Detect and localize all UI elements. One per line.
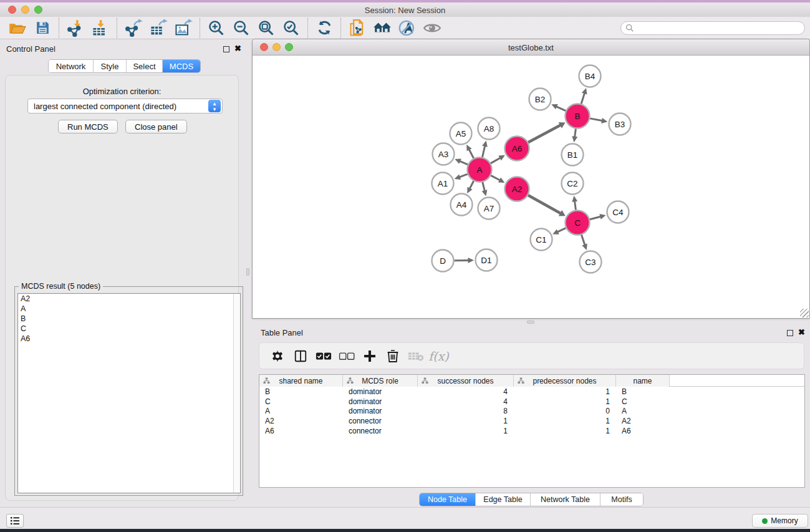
node-A2[interactable]: A2 (505, 177, 529, 201)
table-row[interactable]: Cdominator41C (259, 397, 804, 407)
table-row[interactable]: A2connector11A2 (259, 416, 804, 426)
edge-A6-B[interactable] (528, 125, 561, 142)
criterion-select[interactable]: largest connected component (directed) ▲… (27, 99, 223, 114)
node-table[interactable]: shared nameMCDS rolesuccessor nodesprede… (259, 374, 805, 488)
task-history-button[interactable] (6, 514, 24, 528)
export-table-button[interactable] (146, 18, 171, 38)
table-tab-edge-table[interactable]: Edge Table (476, 493, 531, 506)
column-header-successor-nodes[interactable]: successor nodes (418, 375, 514, 387)
edge-A-A4[interactable] (470, 181, 474, 189)
network-canvas[interactable]: AA1A2A3A4A5A6A7A8BB1B2B3B4CC1C2C3C4DD1 (253, 56, 809, 318)
column-header-MCDS-role[interactable]: MCDS role (343, 375, 418, 387)
edge-A-A8[interactable] (483, 145, 485, 157)
export-image-button[interactable] (171, 18, 196, 38)
search-input[interactable] (634, 22, 804, 34)
tab-style[interactable]: Style (94, 60, 127, 72)
table-tab-node-table[interactable]: Node Table (420, 493, 476, 506)
open-session-button[interactable] (5, 18, 30, 38)
close-panel-icon[interactable]: ✖ (234, 44, 241, 53)
node-A7[interactable]: A7 (478, 198, 500, 220)
network-window-titlebar[interactable]: testGlobe.txt (253, 39, 809, 56)
node-C1[interactable]: C1 (531, 229, 552, 251)
apply-layout-button[interactable] (312, 18, 337, 38)
node-D1[interactable]: D1 (476, 249, 498, 271)
select-all-columns-button[interactable] (312, 346, 335, 367)
table-settings-button[interactable] (266, 346, 289, 367)
node-A[interactable]: A (468, 158, 492, 182)
import-network-button[interactable] (63, 18, 88, 38)
edge-A-A3[interactable] (459, 161, 468, 165)
panel-splitter-handle[interactable] (246, 268, 249, 276)
table-row[interactable]: Adominator80A (259, 407, 804, 417)
column-header-name[interactable]: name (616, 375, 670, 387)
edge-C-C3[interactable] (581, 235, 585, 245)
save-session-button[interactable] (30, 18, 55, 38)
search-field[interactable] (620, 21, 805, 35)
node-D[interactable]: D (432, 250, 454, 272)
edge-B-B4[interactable] (581, 92, 585, 104)
mcds-result-item[interactable]: B (18, 314, 240, 324)
tab-select[interactable]: Select (127, 60, 163, 72)
node-C2[interactable]: C2 (562, 173, 584, 195)
node-B[interactable]: B (566, 104, 590, 128)
network-from-selection-button[interactable] (345, 18, 370, 38)
mcds-result-item[interactable]: C (18, 324, 240, 334)
hide-labels-button[interactable] (395, 18, 420, 38)
node-C[interactable]: C (566, 211, 590, 235)
edge-C-C4[interactable] (590, 216, 602, 220)
column-header-shared-name[interactable]: shared name (259, 375, 343, 387)
table-row[interactable]: A6connector11A6 (259, 426, 804, 436)
zoom-selected-button[interactable] (279, 18, 304, 38)
first-neighbors-button[interactable] (370, 18, 395, 38)
run-mcds-button[interactable]: Run MCDS (58, 120, 118, 133)
mcds-result-item[interactable]: A (18, 304, 240, 314)
close-table-panel-icon[interactable]: ✖ (798, 327, 805, 337)
export-network-button[interactable] (121, 18, 146, 38)
edge-A-A7[interactable] (483, 182, 485, 191)
node-B3[interactable]: B3 (609, 114, 631, 135)
node-C4[interactable]: C4 (607, 201, 629, 223)
float-table-panel-icon[interactable] (787, 330, 793, 336)
node-A3[interactable]: A3 (433, 143, 455, 165)
table-tab-motifs[interactable]: Motifs (600, 493, 643, 506)
edge-B-B3[interactable] (590, 118, 603, 121)
node-A4[interactable]: A4 (451, 194, 473, 216)
zoom-out-button[interactable] (229, 18, 254, 38)
show-columns-button[interactable] (289, 346, 312, 367)
zoom-in-button[interactable] (204, 18, 229, 38)
edge-C-C1[interactable] (557, 228, 566, 233)
scrollbar-track[interactable] (233, 294, 240, 493)
node-B4[interactable]: B4 (579, 65, 601, 87)
import-table-button[interactable] (88, 18, 113, 38)
edge-B-B1[interactable] (575, 128, 576, 137)
float-panel-icon[interactable] (223, 46, 229, 52)
edge-A2-C[interactable] (528, 195, 561, 214)
close-panel-button[interactable]: Close panel (125, 120, 187, 133)
mcds-result-item[interactable]: A6 (18, 334, 240, 344)
graphics-details-button[interactable] (420, 18, 445, 38)
deselect-all-columns-button[interactable] (335, 346, 358, 367)
memory-button[interactable]: Memory (752, 514, 808, 528)
mcds-result-item[interactable]: A2 (18, 294, 240, 304)
node-A6[interactable]: A6 (505, 137, 529, 161)
table-row[interactable]: Bdominator41B (259, 387, 804, 397)
node-A1[interactable]: A1 (432, 173, 454, 195)
delete-column-button[interactable] (381, 346, 404, 367)
node-A8[interactable]: A8 (478, 118, 500, 140)
node-C3[interactable]: C3 (580, 251, 602, 273)
edge-A-A6[interactable] (491, 158, 501, 163)
table-tab-network-table[interactable]: Network Table (531, 493, 600, 506)
column-header-predecessor-nodes[interactable]: predecessor nodes (514, 375, 616, 387)
table-splitter-handle[interactable] (527, 321, 534, 324)
create-column-button[interactable] (358, 346, 381, 367)
edge-A-A5[interactable] (469, 148, 474, 158)
edge-A-A1[interactable] (459, 174, 468, 177)
edge-B-B2[interactable] (556, 106, 566, 110)
resize-grip[interactable] (800, 309, 809, 317)
tab-network[interactable]: Network (49, 60, 94, 72)
edge-C-C2[interactable] (574, 200, 576, 210)
zoom-fit-button[interactable] (254, 18, 279, 38)
node-B2[interactable]: B2 (529, 89, 551, 110)
tab-mcds[interactable]: MCDS (163, 60, 200, 72)
node-A5[interactable]: A5 (450, 123, 472, 145)
